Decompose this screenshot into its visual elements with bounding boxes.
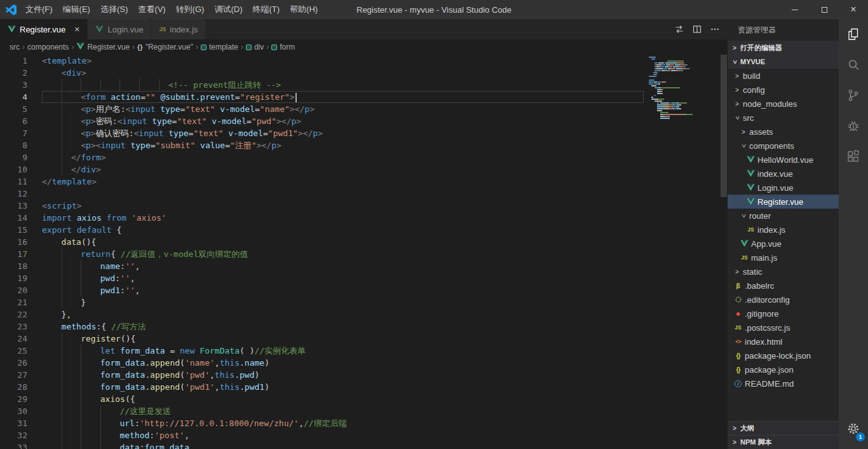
code-line[interactable]: axios({ xyxy=(42,393,644,405)
code-line[interactable]: <script> xyxy=(42,200,644,212)
close-tab-icon[interactable]: × xyxy=(74,25,79,34)
line-number[interactable]: 26 xyxy=(0,357,42,369)
code-line[interactable]: <div> xyxy=(42,67,644,79)
minimap[interactable] xyxy=(649,55,720,120)
code-line[interactable]: <p>密码:<input type="text" v-model="pwd"><… xyxy=(42,115,644,127)
split-editor-icon[interactable] xyxy=(692,24,702,34)
breadcrumb-item[interactable]: {}"Register.vue" xyxy=(137,43,193,52)
code-line[interactable]: form_data.append('name',this.name) xyxy=(42,357,644,369)
code-line[interactable]: register(){ xyxy=(42,333,644,345)
tree-item-index-html[interactable]: <>index.html xyxy=(728,335,839,349)
tree-item-router[interactable]: >router xyxy=(728,209,839,223)
tree-item-app-vue[interactable]: App.vue xyxy=(728,237,839,251)
line-number[interactable]: 17 xyxy=(0,248,42,260)
code-line[interactable]: let form_data = new FormData( )//实例化表单 xyxy=(42,345,644,357)
tree-item-config[interactable]: >config xyxy=(728,83,839,97)
line-number[interactable]: 15 xyxy=(0,224,42,236)
line-number[interactable]: 6 xyxy=(0,115,42,127)
tab-login-vue[interactable]: Login.vue xyxy=(88,19,151,39)
menu-item[interactable]: 帮助(H) xyxy=(285,0,323,19)
line-number[interactable]: 11 xyxy=(0,176,42,188)
line-number[interactable]: 8 xyxy=(0,139,42,151)
tree-item--editorconfig[interactable]: .editorconfig xyxy=(728,293,839,307)
code-line[interactable]: export default { xyxy=(42,224,644,236)
minimize-button[interactable] xyxy=(780,0,810,19)
code-editor[interactable]: 1234567891011121314151617181920212223242… xyxy=(0,55,728,449)
breadcrumb-item[interactable]: src xyxy=(10,43,20,52)
tree-item-helloworld-vue[interactable]: HelloWorld.vue xyxy=(728,153,839,167)
explorer-icon[interactable] xyxy=(839,19,868,50)
code-line[interactable]: data:form_data xyxy=(42,441,644,449)
scrollbar-thumb[interactable] xyxy=(721,55,727,197)
vertical-scrollbar[interactable] xyxy=(720,55,728,449)
code-line[interactable]: data(){ xyxy=(42,236,644,248)
menu-item[interactable]: 查看(V) xyxy=(133,0,170,19)
menu-item[interactable]: 选择(S) xyxy=(95,0,133,19)
breadcrumb-item[interactable]: components xyxy=(27,43,69,52)
debug-icon[interactable] xyxy=(839,111,868,141)
close-button[interactable]: × xyxy=(839,0,868,19)
line-number[interactable]: 22 xyxy=(0,308,42,321)
tab-register-vue[interactable]: Register.vue× xyxy=(0,19,88,39)
code-line[interactable]: name:'', xyxy=(42,260,644,272)
line-number[interactable]: 2 xyxy=(0,67,42,79)
line-number[interactable]: 20 xyxy=(0,284,42,296)
code-line[interactable]: form_data.append('pwd1',this.pwd1) xyxy=(42,381,644,393)
tree-item-components[interactable]: >components xyxy=(728,139,839,153)
code-line[interactable]: <template> xyxy=(42,55,644,67)
tab-index-js[interactable]: JSindex.js xyxy=(152,19,206,39)
code-line[interactable]: url:'http://127.0.0.1:8000/new/zhu/',//绑… xyxy=(42,417,644,429)
code-line[interactable]: <p><input type="submit" value="注册"></p> xyxy=(42,139,644,151)
line-number[interactable]: 27 xyxy=(0,369,42,381)
line-number[interactable]: 13 xyxy=(0,200,42,212)
code-line[interactable]: import axios from 'axios' xyxy=(42,212,644,224)
code-line[interactable]: <!-- prevent阻止跳转 --> xyxy=(42,79,644,91)
tree-item-src[interactable]: >src xyxy=(728,111,839,125)
tree-item-index-vue[interactable]: index.vue xyxy=(728,167,839,181)
code-line[interactable]: } xyxy=(42,296,644,308)
outline-section-header[interactable]: >大纲 xyxy=(728,421,839,435)
open-editors-section-header[interactable]: > 打开的编辑器 xyxy=(728,41,839,55)
gutter[interactable]: 1234567891011121314151617181920212223242… xyxy=(0,55,42,449)
menu-item[interactable]: 文件(F) xyxy=(20,0,58,19)
breadcrumb-item[interactable]: Register.vue xyxy=(76,43,130,52)
menu-item[interactable]: 终端(T) xyxy=(247,0,285,19)
tree-item-login-vue[interactable]: Login.vue xyxy=(728,181,839,195)
source-control-icon[interactable] xyxy=(839,80,868,111)
code-line[interactable]: pwd1:'', xyxy=(42,284,644,296)
line-number[interactable]: 23 xyxy=(0,321,42,333)
more-actions-icon[interactable] xyxy=(710,24,720,34)
code-lines[interactable]: <template><div><!-- prevent阻止跳转 --><form… xyxy=(42,55,644,449)
tree-item-main-js[interactable]: JSmain.js xyxy=(728,251,839,265)
line-number[interactable]: 33 xyxy=(0,441,42,449)
line-number[interactable]: 5 xyxy=(0,103,42,115)
line-number[interactable]: 3 xyxy=(0,79,42,91)
settings-gear-icon[interactable]: 1 xyxy=(839,413,868,444)
tree-item-package-lock-json[interactable]: {}package-lock.json xyxy=(728,349,839,363)
line-number[interactable]: 31 xyxy=(0,417,42,429)
code-line[interactable]: pwd:'', xyxy=(42,272,644,284)
tree-item-readme-md[interactable]: iREADME.md xyxy=(728,376,839,390)
code-line[interactable]: //这里是发送 xyxy=(42,405,644,417)
tree-item-register-vue[interactable]: Register.vue xyxy=(728,195,839,209)
tree-item--babelrc[interactable]: β.babelrc xyxy=(728,279,839,293)
npm-scripts-section-header[interactable]: >NPM 脚本 xyxy=(728,435,839,449)
line-number[interactable]: 21 xyxy=(0,296,42,308)
code-line[interactable]: </form> xyxy=(42,151,644,163)
line-number[interactable]: 30 xyxy=(0,405,42,417)
tree-item-build[interactable]: >build xyxy=(728,69,839,83)
line-number[interactable]: 7 xyxy=(0,127,42,139)
code-line[interactable]: methods:{ //写方法 xyxy=(42,321,644,333)
breadcrumb-item[interactable]: div xyxy=(246,43,264,52)
line-number[interactable]: 1 xyxy=(0,55,42,67)
code-line[interactable]: <form action="" @submit.prevent="registe… xyxy=(42,91,644,103)
line-number[interactable]: 10 xyxy=(0,163,42,176)
compare-changes-icon[interactable] xyxy=(674,24,684,34)
tree-item-node-modules[interactable]: >node_modules xyxy=(728,97,839,111)
tree-item--gitignore[interactable]: ◆.gitignore xyxy=(728,307,839,321)
code-line[interactable]: return{ //返回值，v-model双向绑定的值 xyxy=(42,248,644,260)
menu-item[interactable]: 转到(G) xyxy=(171,0,210,19)
line-number[interactable]: 25 xyxy=(0,345,42,357)
tree-item-assets[interactable]: >assets xyxy=(728,125,839,139)
line-number[interactable]: 14 xyxy=(0,212,42,224)
